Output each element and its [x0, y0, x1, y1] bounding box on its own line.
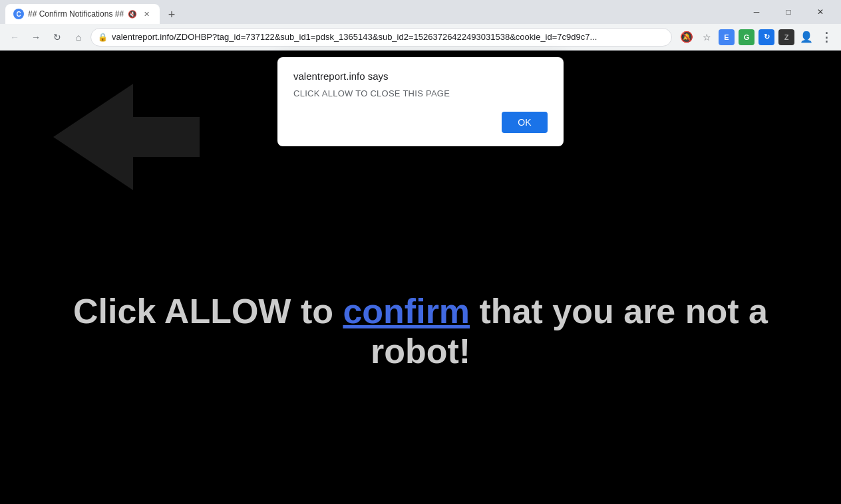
extension-2-icon[interactable]: G — [737, 28, 756, 47]
tab-close-button[interactable]: ✕ — [141, 9, 152, 19]
profile-icon[interactable]: 👤 — [797, 28, 816, 47]
browser-dialog: valentreport.info says CLICK ALLOW TO CL… — [277, 57, 564, 146]
ext2-badge: G — [739, 29, 755, 45]
ext4-badge: Z — [778, 29, 794, 45]
dialog-title: valentreport.info says — [293, 70, 548, 82]
tab-mute-icon[interactable]: 🔇 — [128, 10, 137, 19]
ext1-badge: E — [719, 29, 735, 45]
maximize-button[interactable]: □ — [773, 1, 804, 23]
lock-icon: 🔒 — [98, 33, 108, 42]
tab-strip: C ## Confirm Notifications ## 🔇 ✕ + — [5, 0, 736, 24]
window-controls: ─ □ ✕ — [741, 1, 836, 23]
url-text: valentreport.info/ZDOHBP?tag_id=737122&s… — [112, 32, 665, 42]
tab-title: ## Confirm Notifications ## — [28, 9, 124, 19]
bookmark-icon[interactable]: ☆ — [697, 28, 716, 47]
ext3-badge: ↻ — [758, 29, 774, 45]
back-button[interactable]: ← — [5, 28, 24, 47]
menu-icon[interactable]: ⋮ — [817, 28, 836, 47]
active-tab[interactable]: C ## Confirm Notifications ## 🔇 ✕ — [5, 4, 160, 24]
dialog-message: CLICK ALLOW TO CLOSE THIS PAGE — [293, 88, 548, 98]
minimize-button[interactable]: ─ — [741, 1, 772, 23]
tab-favicon: C — [13, 9, 24, 19]
refresh-button[interactable]: ↻ — [48, 28, 67, 47]
address-bar: ← → ↻ ⌂ 🔒 valentreport.info/ZDOHBP?tag_i… — [0, 24, 841, 51]
dialog-overlay: valentreport.info says CLICK ALLOW TO CL… — [0, 51, 841, 504]
dialog-ok-button[interactable]: OK — [502, 112, 548, 133]
extension-3-icon[interactable]: ↻ — [757, 28, 776, 47]
url-bar[interactable]: 🔒 valentreport.info/ZDOHBP?tag_id=737122… — [90, 28, 672, 47]
toolbar-icons: 🔕 ☆ E G ↻ Z 👤 ⋮ — [677, 28, 836, 47]
chrome-browser-window: C ## Confirm Notifications ## 🔇 ✕ + ─ □ … — [0, 0, 841, 504]
notifications-icon[interactable]: 🔕 — [677, 28, 696, 47]
new-tab-button[interactable]: + — [162, 5, 181, 24]
title-bar: C ## Confirm Notifications ## 🔇 ✕ + ─ □ … — [0, 0, 841, 24]
dialog-footer: OK — [293, 112, 548, 133]
page-content: Click ALLOW to confirm that you are not … — [0, 51, 841, 504]
extension-1-icon[interactable]: E — [717, 28, 736, 47]
forward-button[interactable]: → — [27, 28, 45, 47]
extension-4-icon[interactable]: Z — [777, 28, 796, 47]
close-button[interactable]: ✕ — [805, 1, 836, 23]
home-button[interactable]: ⌂ — [69, 28, 88, 47]
